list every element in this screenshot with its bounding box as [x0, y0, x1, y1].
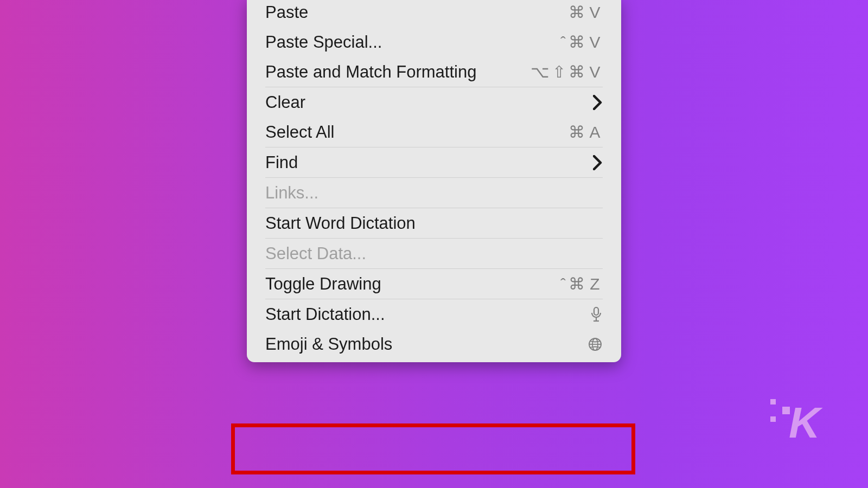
- menu-item-paste-match-formatting[interactable]: Paste and Match Formatting ⌥⇧⌘V: [247, 57, 621, 87]
- menu-item-find[interactable]: Find: [247, 147, 621, 177]
- context-menu: Paste ⌘V Paste Special... ˆ⌘V Paste and …: [247, 0, 621, 362]
- menu-item-label: Start Dictation...: [265, 305, 385, 324]
- menu-item-label: Links...: [265, 183, 318, 203]
- menu-item-label: Find: [265, 153, 298, 172]
- menu-item-paste[interactable]: Paste ⌘V: [247, 0, 621, 27]
- menu-item-start-dictation[interactable]: Start Dictation...: [247, 299, 621, 329]
- menu-item-label: Start Word Dictation: [265, 214, 416, 233]
- globe-icon: [588, 337, 603, 352]
- shortcut-text: ˆ⌘V: [560, 33, 603, 52]
- menu-item-paste-special[interactable]: Paste Special... ˆ⌘V: [247, 27, 621, 57]
- shortcut-text: ⌥⇧⌘V: [531, 62, 603, 81]
- menu-item-label: Toggle Drawing: [265, 274, 381, 294]
- watermark-logo: K: [770, 396, 835, 445]
- shortcut-text: ⌘A: [569, 123, 603, 142]
- menu-item-select-all[interactable]: Select All ⌘A: [247, 117, 621, 147]
- menu-item-emoji-symbols[interactable]: Emoji & Symbols: [247, 329, 621, 359]
- menu-item-label: Select All: [265, 123, 335, 142]
- highlight-annotation: [231, 423, 635, 474]
- chevron-right-icon: [593, 95, 603, 110]
- menu-item-label: Paste: [265, 3, 308, 22]
- menu-item-label: Clear: [265, 93, 305, 112]
- chevron-right-icon: [593, 155, 603, 170]
- shortcut-text: ˆ⌘Z: [560, 274, 603, 293]
- menu-item-label: Paste and Match Formatting: [265, 62, 476, 82]
- menu-item-toggle-drawing[interactable]: Toggle Drawing ˆ⌘Z: [247, 269, 621, 299]
- menu-item-links: Links...: [247, 178, 621, 208]
- menu-item-label: Select Data...: [265, 244, 366, 264]
- shortcut-text: ⌘V: [569, 3, 603, 22]
- menu-item-label: Paste Special...: [265, 33, 382, 52]
- menu-item-select-data: Select Data...: [247, 239, 621, 268]
- microphone-icon: [590, 306, 603, 323]
- menu-item-label: Emoji & Symbols: [265, 335, 392, 354]
- menu-item-start-word-dictation[interactable]: Start Word Dictation: [247, 208, 621, 238]
- svg-rect-0: [594, 307, 598, 315]
- menu-item-clear[interactable]: Clear: [247, 87, 621, 117]
